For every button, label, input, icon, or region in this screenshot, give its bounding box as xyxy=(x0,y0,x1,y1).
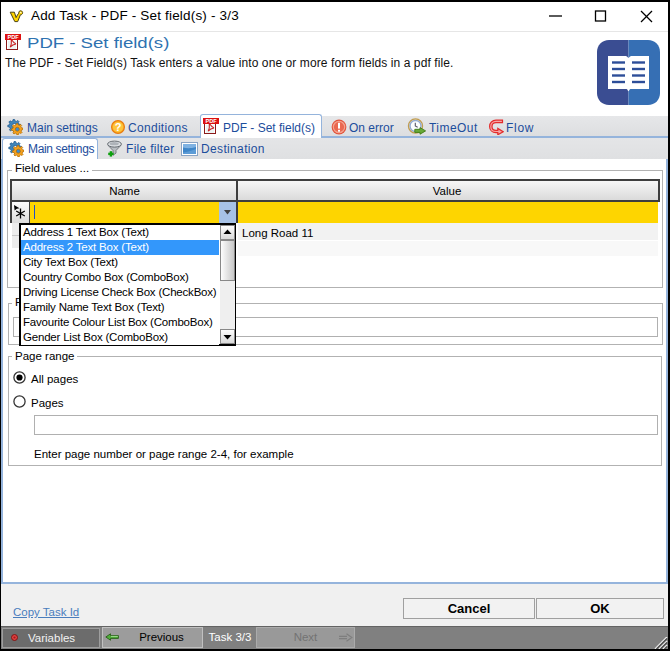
svg-text:PDF: PDF xyxy=(205,118,217,124)
svg-text:?: ? xyxy=(115,121,122,133)
svg-text:PDF: PDF xyxy=(7,34,19,40)
